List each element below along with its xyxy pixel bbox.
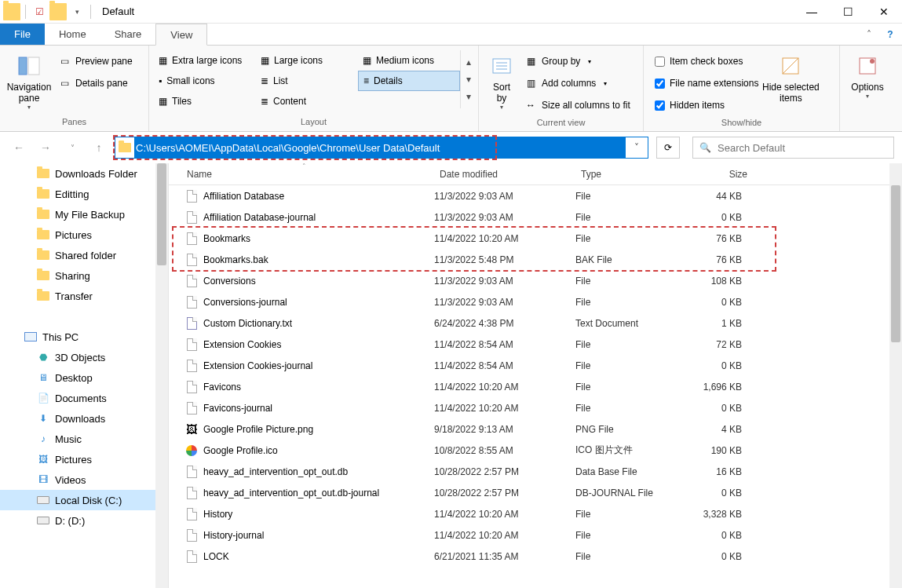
options-button[interactable]: Options ▾ [845,49,890,100]
column-date[interactable]: Date modified [440,169,581,180]
list-icon: ≣ [261,75,268,86]
layout-tiles[interactable]: ▦Tiles [154,91,256,111]
back-button[interactable]: ← [8,137,30,159]
qat-dropdown-icon[interactable]: ▾ [68,3,86,20]
preview-pane-button[interactable]: ▭Preview pane [53,52,137,71]
tree-item[interactable]: ♪Music [0,429,168,449]
search-box[interactable]: 🔍 [692,137,894,159]
maximize-button[interactable]: ☐ [830,0,866,24]
layout-scroll-down-icon[interactable]: ▾ [461,71,476,88]
table-row[interactable]: History-journal11/4/2022 10:20 AMFile0 K… [169,524,902,546]
minimize-button[interactable]: — [794,0,830,24]
tree-item[interactable]: 🎞Videos [0,469,168,490]
navigation-tree[interactable]: Downloads FolderEdittingMy File BackupPi… [0,163,169,588]
table-row[interactable]: Conversions-journal11/3/2022 9:03 AMFile… [169,291,902,312]
table-row[interactable]: Google Profile.ico10/8/2022 8:55 AMICO 图… [169,440,902,461]
sort-indicator-icon: ˄ [302,163,306,170]
tree-item[interactable]: Downloads Folder [0,163,168,184]
tree-item[interactable]: Editting [0,184,168,204]
tree-item[interactable]: Pictures [0,225,168,245]
layout-scroll-up-icon[interactable]: ▴ [461,53,476,71]
ribbon-tabs: File Home Share View ˄ ? [0,24,902,46]
table-row[interactable]: Extension Cookies11/4/2022 8:54 AMFile72… [169,334,902,355]
ribbon-collapse-icon[interactable]: ˄ [860,24,878,45]
address-bar[interactable]: ˅ [115,137,648,159]
layout-medium-icons[interactable]: ▦Medium icons [358,50,460,71]
tab-view[interactable]: View [155,24,207,46]
layout-extra-large-icons[interactable]: ▦Extra large icons [154,50,256,71]
table-row[interactable]: heavy_ad_intervention_opt_out.db10/28/20… [169,461,902,482]
help-icon[interactable]: ? [878,24,902,45]
hide-selected-items-button[interactable]: Hide selected items [761,49,820,104]
tree-item[interactable]: Shared folder [0,245,168,265]
layout-list[interactable]: ≣List [256,71,358,91]
tree-item[interactable]: 🖼Pictures [0,449,168,469]
table-row[interactable]: LOCK6/21/2021 11:35 AMFile0 KB [169,546,902,567]
drive-icon [36,496,50,504]
size-columns-button[interactable]: ↔Size all columns to fit [520,96,635,115]
folder-icon [36,291,50,301]
address-input[interactable] [134,137,626,158]
table-row[interactable]: Affiliation Database-journal11/3/2022 9:… [169,206,902,228]
refresh-button[interactable]: ⟳ [656,137,680,159]
add-columns-button[interactable]: ▥Add columns▾ [520,74,635,93]
layout-content[interactable]: ≣Content [256,91,358,111]
tree-item-label: Editting [55,188,89,200]
table-row[interactable]: Favicons-journal11/4/2022 10:20 AMFile0 … [169,397,902,418]
table-row[interactable]: Bookmarks11/4/2022 10:20 AMFile76 KB [169,228,902,249]
column-size[interactable]: Size [699,169,761,180]
table-row[interactable]: History11/4/2022 10:20 AMFile3,328 KB [169,503,902,524]
details-pane-button[interactable]: ▭Details pane [53,74,137,93]
group-by-icon: ▦ [524,56,537,67]
table-row[interactable]: Affiliation Database11/3/2022 9:03 AMFil… [169,185,902,206]
table-row[interactable]: Extension Cookies-journal11/4/2022 8:54 … [169,355,902,376]
sort-by-button[interactable]: Sort by ▾ [484,49,520,111]
table-row[interactable]: heavy_ad_intervention_opt_out.db-journal… [169,482,902,503]
layout-details[interactable]: ≡Details [358,71,460,91]
navigation-pane-button[interactable]: Navigation pane ▾ [5,49,53,111]
tab-home[interactable]: Home [45,24,100,45]
file-name: Extension Cookies [203,339,281,350]
qat-checkbox-icon[interactable]: ☑ [31,3,48,20]
forward-button[interactable]: → [35,137,57,159]
up-button[interactable]: ↑ [88,137,110,159]
file-name-extensions-checkbox[interactable]: File name extensions [652,74,761,93]
column-name[interactable]: Name [181,169,440,180]
tree-item[interactable] [0,306,168,327]
tree-scrollbar[interactable] [155,163,168,588]
table-row[interactable]: Bookmarks.bak11/3/2022 5:48 PMBAK File76… [169,249,902,270]
recent-locations-button[interactable]: ˅ [61,137,83,159]
tree-item[interactable]: ⬣3D Objects [0,347,168,367]
address-dropdown-icon[interactable]: ˅ [626,142,648,153]
table-row[interactable]: Conversions11/3/2022 9:03 AMFile108 KB [169,270,902,291]
folder-icon [36,271,50,280]
tree-item[interactable]: This PC [0,327,168,347]
group-by-button[interactable]: ▦Group by▾ [520,52,635,71]
table-row[interactable]: Custom Dictionary.txt6/24/2022 4:38 PMTe… [169,312,902,334]
close-button[interactable]: ✕ [866,0,902,24]
tree-item[interactable]: 📄Documents [0,388,168,408]
txt-icon [183,317,200,330]
layout-small-icons[interactable]: ▪Small icons [154,71,256,91]
hidden-items-checkbox[interactable]: Hidden items [652,96,761,115]
file-name: History-journal [203,530,264,541]
tab-file[interactable]: File [0,24,45,45]
item-check-boxes-checkbox[interactable]: Item check boxes [652,52,761,71]
tree-item[interactable]: Sharing [0,265,168,286]
column-headers[interactable]: ˄ Name Date modified Type Size [169,163,902,185]
layout-more-icon[interactable]: ▾ [461,88,476,105]
search-input[interactable] [718,142,887,154]
file-scrollbar[interactable] [889,163,902,588]
tree-item[interactable]: D: (D:) [0,510,168,531]
tab-share[interactable]: Share [100,24,156,45]
tree-item[interactable]: Local Disk (C:) [0,490,168,510]
tree-item[interactable]: My File Backup [0,204,168,225]
tree-item[interactable]: 🖥Desktop [0,367,168,388]
column-type[interactable]: Type [581,169,699,180]
layout-large-icons[interactable]: ▦Large icons [256,50,358,71]
file-size: 0 KB [693,212,756,223]
tree-item[interactable]: Transfer [0,286,168,306]
table-row[interactable]: Favicons11/4/2022 10:20 AMFile1,696 KB [169,376,902,397]
tree-item[interactable]: ⬇Downloads [0,408,168,429]
table-row[interactable]: 🖼Google Profile Picture.png9/18/2022 9:1… [169,418,902,440]
